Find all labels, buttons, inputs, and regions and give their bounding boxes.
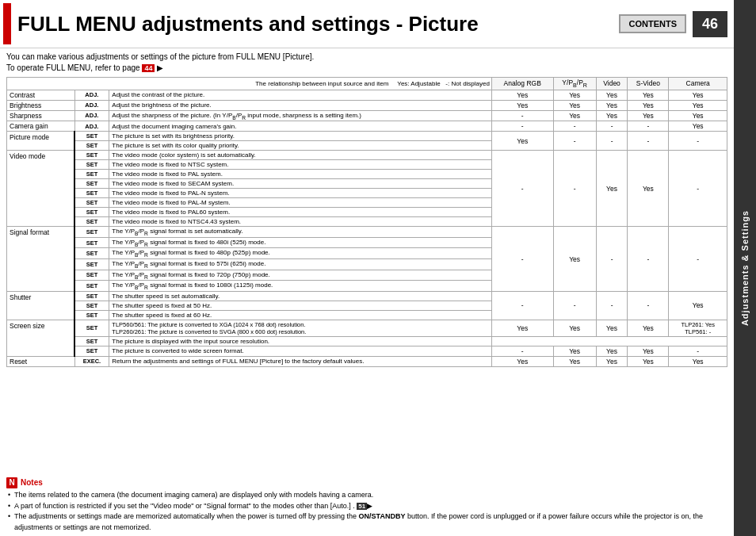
table-row-shutter-header: Shutter SET The shutter speed is set aut…: [7, 291, 727, 301]
table-legend: The relationship between input source an…: [7, 78, 492, 90]
note-item-3: The adjustments or settings made are mem…: [6, 511, 727, 533]
item-picture-mode: Picture mode: [7, 132, 75, 151]
page-number: 46: [693, 11, 727, 37]
table-row: Contrast ADJ. Adjust the contrast of the…: [7, 90, 727, 100]
main-table-container: The relationship between input source an…: [0, 75, 734, 473]
sidebar-label: Adjustments & Settings: [740, 210, 750, 326]
table-row: Sharpness ADJ. Adjust the sharpness of t…: [7, 110, 727, 121]
main-content: FULL MENU adjustments and settings - Pic…: [0, 0, 734, 536]
page-ref-link[interactable]: 44: [142, 64, 155, 72]
intro-text: You can make various adjustments or sett…: [0, 48, 734, 75]
intro-line2: To operate FULL MENU, refer to page 44 ▶: [6, 63, 727, 74]
right-sidebar: Adjustments & Settings: [734, 0, 756, 536]
action-contrast: ADJ.: [74, 90, 109, 100]
table-legend-row: The relationship between input source an…: [7, 78, 727, 90]
page-title: FULL MENU adjustments and settings - Pic…: [17, 12, 613, 36]
note-page-ref-2[interactable]: 51: [357, 503, 367, 510]
contents-button[interactable]: CONTENTS: [619, 14, 686, 33]
note-item-1: The items related to the camera (the doc…: [6, 490, 727, 501]
col-svideo: S-Video: [628, 78, 669, 90]
table-row: SET The picture is displayed with the in…: [7, 336, 727, 346]
notes-title: Notes: [21, 477, 43, 488]
item-brightness: Brightness: [7, 100, 75, 110]
table-row: Camera gain ADJ. Adjust the document ima…: [7, 121, 727, 132]
intro-line1: You can make various adjustments or sett…: [6, 52, 727, 63]
notes-icon: N: [6, 477, 17, 488]
col-analog: Analog RGB: [491, 78, 553, 90]
table-row: Brightness ADJ. Adjust the brightness of…: [7, 100, 727, 110]
item-reset: Reset: [7, 356, 75, 366]
table-row-picture-mode-header: Picture mode SET The picture is set with…: [7, 132, 727, 141]
col-camera: Camera: [669, 78, 727, 90]
notes-header: N Notes: [6, 477, 727, 488]
notes-section: N Notes The items related to the camera …: [0, 473, 734, 536]
settings-table: The relationship between input source an…: [6, 77, 727, 367]
item-contrast: Contrast: [7, 90, 75, 100]
page-header: FULL MENU adjustments and settings - Pic…: [0, 0, 734, 48]
desc-contrast: Adjust the contrast of the picture.: [109, 90, 492, 100]
item-shutter: Shutter: [7, 291, 75, 320]
table-row-signal-header: Signal format SET The Y/PB/PR signal for…: [7, 227, 727, 238]
table-row-reset: Reset EXEC. Return the adjustments and s…: [7, 356, 727, 366]
col-video: Video: [596, 78, 627, 90]
item-camera-gain: Camera gain: [7, 121, 75, 132]
item-sharpness: Sharpness: [7, 110, 75, 121]
item-video-mode: Video mode: [7, 151, 75, 227]
table-row: SET The picture is converted to wide scr…: [7, 346, 727, 356]
col-ypbpr: Y/PB/PR: [553, 78, 596, 90]
table-row-screen-header: Screen size SET TLP560/561: The picture …: [7, 320, 727, 336]
note-item-2: A part of function is restricted if you …: [6, 501, 727, 512]
item-signal-format: Signal format: [7, 227, 75, 292]
item-screen-size: Screen size: [7, 320, 75, 356]
table-row-video-mode-header: Video mode SET The video mode (color sys…: [7, 151, 727, 160]
header-accent-bar: [3, 3, 11, 44]
